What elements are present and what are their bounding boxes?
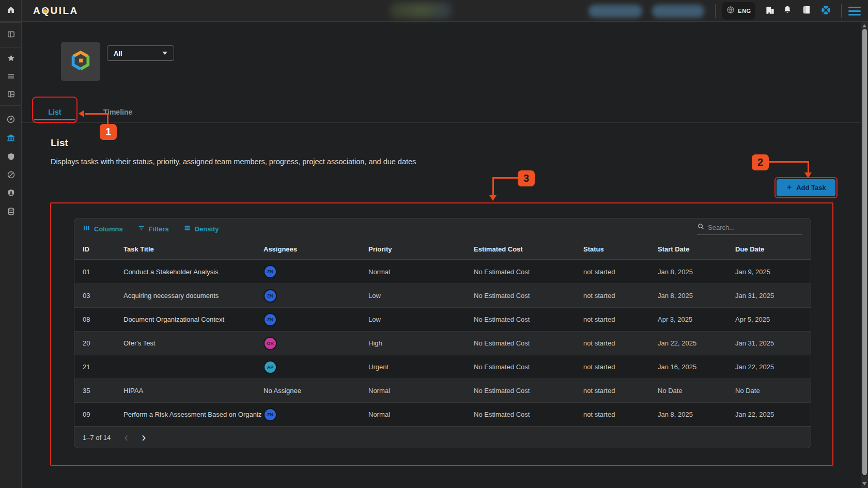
list-icon bbox=[7, 72, 16, 83]
sidebar-item-panel[interactable] bbox=[0, 27, 22, 43]
plus-icon bbox=[786, 183, 793, 193]
bell-icon bbox=[783, 5, 792, 17]
topbar: AQUILA ENG bbox=[0, 0, 868, 22]
sidebar-item-favorites[interactable] bbox=[0, 51, 22, 67]
sidebar-item-database[interactable] bbox=[0, 204, 22, 220]
support-button[interactable] bbox=[820, 6, 831, 16]
annotation-badge-3: 3 bbox=[518, 170, 535, 186]
book-icon bbox=[802, 5, 811, 17]
sidebar-item-security[interactable] bbox=[0, 150, 22, 165]
scope-filter-value: All bbox=[114, 50, 162, 57]
annotation-arrow-3 bbox=[492, 177, 494, 196]
layout-icon bbox=[7, 90, 16, 101]
tab-timeline[interactable]: Timeline bbox=[92, 101, 144, 122]
topbar-divider bbox=[715, 4, 716, 18]
globe-icon bbox=[726, 6, 735, 16]
language-label: ENG bbox=[738, 8, 751, 14]
docs-button[interactable] bbox=[801, 6, 812, 16]
annotation-arrow-2 bbox=[769, 161, 809, 163]
shield-icon bbox=[7, 152, 16, 163]
hexagon-cube-logo-icon bbox=[69, 49, 92, 74]
annotation-arrowhead-1 bbox=[79, 110, 84, 117]
bank-icon bbox=[6, 133, 16, 145]
home-button[interactable] bbox=[0, 0, 22, 22]
sidebar-item-access[interactable] bbox=[0, 186, 22, 201]
annotation-badge-2: 2 bbox=[752, 154, 769, 170]
compass-icon bbox=[7, 170, 16, 181]
tabbar-divider bbox=[22, 122, 868, 123]
add-task-button[interactable]: Add Task bbox=[777, 179, 835, 196]
page-title: List bbox=[51, 137, 68, 149]
sidebar-item-lists[interactable] bbox=[0, 69, 22, 85]
star-icon bbox=[7, 54, 16, 65]
annotation-arrowhead-3 bbox=[489, 195, 497, 201]
annotation-rect-add-task: Add Task bbox=[774, 177, 838, 198]
language-selector[interactable]: ENG bbox=[722, 2, 755, 20]
annotation-badge-1: 1 bbox=[100, 124, 117, 140]
brand-q-dot-icon bbox=[43, 9, 47, 13]
database-icon bbox=[7, 207, 16, 218]
sidebar-item-compass[interactable] bbox=[0, 168, 22, 183]
scroll-down-arrow-icon[interactable] bbox=[862, 482, 866, 485]
panel-left-icon bbox=[7, 30, 16, 41]
annotation-arrow-3 bbox=[493, 177, 518, 179]
home-icon bbox=[6, 5, 16, 17]
sidebar-item-dashboard[interactable] bbox=[0, 113, 22, 128]
annotation-rect-list-tab bbox=[32, 97, 78, 123]
blurred-center-logo bbox=[390, 3, 451, 18]
vertical-scrollbar[interactable] bbox=[861, 22, 868, 488]
add-task-label: Add Task bbox=[796, 184, 826, 192]
annotation-arrowhead-2 bbox=[804, 172, 812, 178]
sidebar-item-layout[interactable] bbox=[0, 87, 22, 103]
main-menu-button[interactable] bbox=[848, 7, 861, 15]
life-ring-icon bbox=[820, 5, 831, 18]
app-window: AQUILA ENG bbox=[0, 0, 868, 488]
notifications-button[interactable] bbox=[782, 6, 793, 16]
annotation-rect-table bbox=[50, 202, 833, 466]
gauge-icon bbox=[6, 115, 16, 126]
annotation-arrow-2 bbox=[808, 161, 809, 173]
annotation-arrow-1 bbox=[85, 113, 109, 115]
blurred-button-1[interactable] bbox=[588, 5, 642, 18]
annotation-arrow-1 bbox=[107, 113, 109, 124]
sidebar bbox=[0, 22, 22, 488]
sidebar-item-governance-active[interactable] bbox=[0, 131, 22, 147]
chevron-down-icon bbox=[162, 52, 167, 55]
blurred-button-2[interactable] bbox=[652, 5, 704, 18]
building-icon bbox=[765, 5, 775, 17]
scroll-up-arrow-icon[interactable] bbox=[862, 24, 866, 27]
brand-logo: AQUILA bbox=[33, 5, 79, 17]
organization-button[interactable] bbox=[765, 6, 775, 16]
topbar-divider bbox=[841, 4, 842, 18]
shield-user-icon bbox=[7, 188, 16, 199]
page-description: Displays tasks with their status, priori… bbox=[51, 158, 416, 166]
scope-filter-dropdown[interactable]: All bbox=[107, 45, 174, 61]
workspace-logo bbox=[61, 42, 100, 81]
scrollbar-thumb[interactable] bbox=[862, 29, 867, 475]
